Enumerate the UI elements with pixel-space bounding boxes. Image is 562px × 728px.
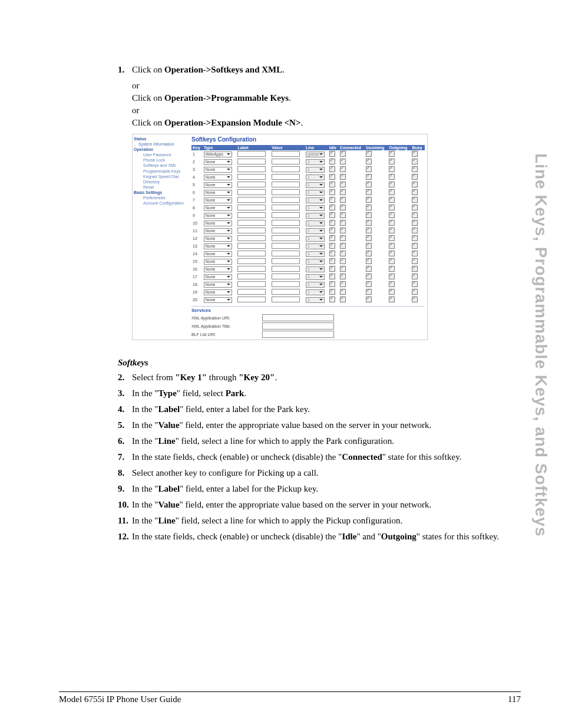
label-field[interactable]: [237, 274, 266, 279]
type-select[interactable]: None: [204, 197, 232, 203]
busy-checkbox[interactable]: [412, 228, 418, 233]
label-field[interactable]: [237, 289, 266, 295]
idle-checkbox[interactable]: [329, 151, 335, 157]
busy-checkbox[interactable]: [412, 197, 418, 203]
nav-progkeys[interactable]: Programmable Keys: [133, 169, 189, 174]
idle-checkbox[interactable]: [329, 243, 335, 249]
nav-basic[interactable]: Basic Settings: [133, 190, 189, 195]
value-field[interactable]: [272, 220, 300, 226]
busy-checkbox[interactable]: [412, 159, 418, 164]
value-field[interactable]: [272, 151, 300, 157]
label-field[interactable]: [237, 197, 266, 203]
connected-checkbox[interactable]: [340, 159, 346, 164]
line-select[interactable]: 1: [306, 228, 325, 234]
type-select[interactable]: None: [204, 266, 232, 272]
type-select[interactable]: None: [204, 220, 232, 226]
connected-checkbox[interactable]: [340, 189, 346, 195]
line-select[interactable]: 1: [306, 174, 325, 180]
busy-checkbox[interactable]: [412, 258, 418, 264]
connected-checkbox[interactable]: [340, 220, 346, 226]
incoming-checkbox[interactable]: [366, 205, 372, 210]
connected-checkbox[interactable]: [340, 182, 346, 187]
type-select[interactable]: None: [204, 297, 232, 303]
idle-checkbox[interactable]: [329, 182, 335, 187]
incoming-checkbox[interactable]: [366, 174, 372, 180]
incoming-checkbox[interactable]: [366, 281, 372, 287]
label-field[interactable]: [237, 159, 266, 164]
incoming-checkbox[interactable]: [366, 258, 372, 264]
outgoing-checkbox[interactable]: [389, 166, 395, 172]
busy-checkbox[interactable]: [412, 174, 418, 180]
label-field[interactable]: [237, 243, 266, 249]
idle-checkbox[interactable]: [329, 220, 335, 226]
blf-field[interactable]: [262, 331, 334, 338]
line-select[interactable]: 1: [306, 213, 325, 219]
incoming-checkbox[interactable]: [366, 251, 372, 256]
outgoing-checkbox[interactable]: [389, 274, 395, 279]
incoming-checkbox[interactable]: [366, 243, 372, 249]
value-field[interactable]: [272, 235, 300, 241]
value-field[interactable]: [272, 212, 300, 218]
busy-checkbox[interactable]: [412, 266, 418, 272]
type-select[interactable]: None: [204, 282, 232, 288]
line-select[interactable]: 1: [306, 205, 325, 211]
outgoing-checkbox[interactable]: [389, 297, 395, 302]
busy-checkbox[interactable]: [412, 220, 418, 226]
value-field[interactable]: [272, 159, 300, 164]
nav-acct[interactable]: Account Configuration: [133, 200, 189, 206]
value-field[interactable]: [272, 243, 300, 249]
value-field[interactable]: [272, 297, 300, 302]
nav-prefs[interactable]: Preferences: [133, 195, 189, 200]
connected-checkbox[interactable]: [340, 151, 346, 157]
idle-checkbox[interactable]: [329, 266, 335, 272]
nav-directory[interactable]: Directory: [133, 179, 189, 185]
value-field[interactable]: [272, 182, 300, 187]
nav-keypad[interactable]: Keypad Speed Dial: [133, 174, 189, 179]
connected-checkbox[interactable]: [340, 266, 346, 272]
idle-checkbox[interactable]: [329, 258, 335, 264]
line-select[interactable]: 1: [306, 197, 325, 203]
nav-status[interactable]: Status: [133, 136, 189, 141]
incoming-checkbox[interactable]: [366, 220, 372, 226]
incoming-checkbox[interactable]: [366, 197, 372, 203]
connected-checkbox[interactable]: [340, 297, 346, 302]
incoming-checkbox[interactable]: [366, 266, 372, 272]
outgoing-checkbox[interactable]: [389, 228, 395, 233]
label-field[interactable]: [237, 220, 266, 226]
label-field[interactable]: [237, 251, 266, 256]
label-field[interactable]: [237, 235, 266, 241]
label-field[interactable]: [237, 266, 266, 272]
idle-checkbox[interactable]: [329, 281, 335, 287]
idle-checkbox[interactable]: [329, 251, 335, 256]
value-field[interactable]: [272, 197, 300, 203]
label-field[interactable]: [237, 166, 266, 172]
outgoing-checkbox[interactable]: [389, 251, 395, 256]
connected-checkbox[interactable]: [340, 235, 346, 241]
busy-checkbox[interactable]: [412, 205, 418, 210]
type-select[interactable]: None: [204, 182, 232, 188]
line-select[interactable]: 1: [306, 243, 325, 249]
line-select[interactable]: 1: [306, 251, 325, 257]
type-select[interactable]: None: [204, 167, 232, 173]
connected-checkbox[interactable]: [340, 289, 346, 295]
xml-uri-field[interactable]: [262, 314, 334, 321]
connected-checkbox[interactable]: [340, 228, 346, 233]
busy-checkbox[interactable]: [412, 251, 418, 256]
incoming-checkbox[interactable]: [366, 212, 372, 218]
line-select[interactable]: 1: [306, 167, 325, 173]
outgoing-checkbox[interactable]: [389, 151, 395, 157]
label-field[interactable]: [237, 212, 266, 218]
outgoing-checkbox[interactable]: [389, 266, 395, 272]
outgoing-checkbox[interactable]: [389, 182, 395, 187]
line-select[interactable]: 1: [306, 274, 325, 280]
connected-checkbox[interactable]: [340, 174, 346, 180]
label-field[interactable]: [237, 189, 266, 195]
line-select[interactable]: 1: [306, 297, 325, 303]
outgoing-checkbox[interactable]: [389, 205, 395, 210]
line-select[interactable]: 1: [306, 259, 325, 265]
incoming-checkbox[interactable]: [366, 159, 372, 164]
busy-checkbox[interactable]: [412, 274, 418, 279]
idle-checkbox[interactable]: [329, 274, 335, 279]
value-field[interactable]: [272, 258, 300, 264]
outgoing-checkbox[interactable]: [389, 258, 395, 264]
